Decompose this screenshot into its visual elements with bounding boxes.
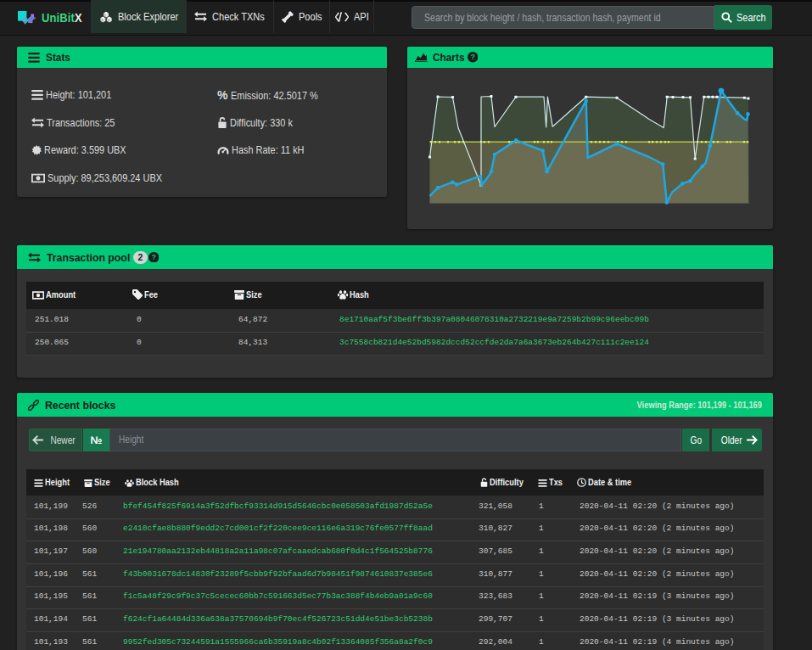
- svg-text:?: ?: [151, 253, 155, 261]
- svg-text:?: ?: [470, 53, 474, 62]
